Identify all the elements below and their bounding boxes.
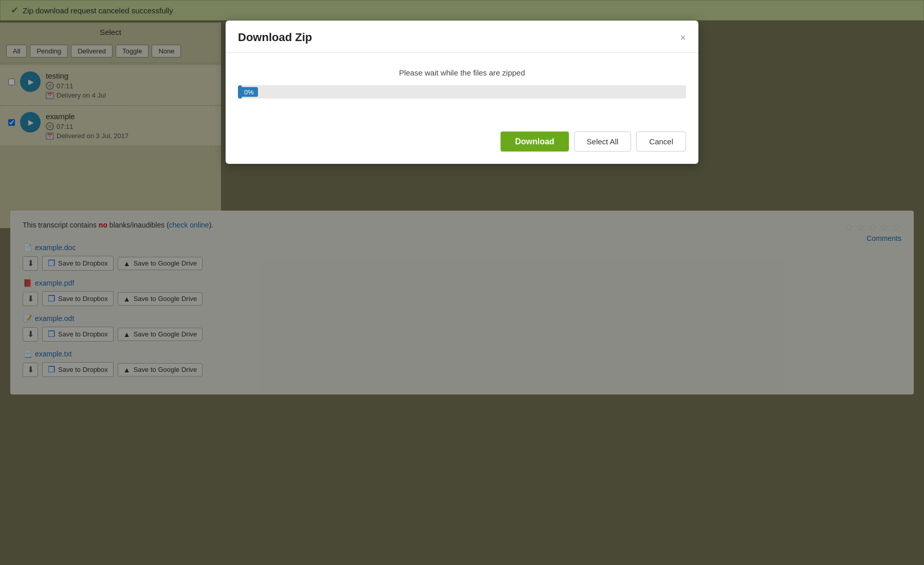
cancel-button[interactable]: Cancel [636,131,686,152]
select-all-button[interactable]: Select All [574,131,632,152]
progress-container: 0% [238,85,686,99]
modal-footer: Download Select All Cancel [226,123,698,164]
modal-overlay: Download Zip × Please wait while the fil… [0,0,924,565]
progress-label: 0% [240,87,258,97]
modal-wait-text: Please wait while the files are zipped [238,68,686,77]
download-button[interactable]: Download [501,131,568,152]
download-zip-modal: Download Zip × Please wait while the fil… [226,21,698,164]
modal-body: Please wait while the files are zipped 0… [226,53,698,123]
modal-close-button[interactable]: × [680,32,686,43]
page-background: ✔ Zip download request canceled successf… [0,0,924,565]
modal-header: Download Zip × [226,21,698,53]
modal-title: Download Zip [238,31,312,44]
